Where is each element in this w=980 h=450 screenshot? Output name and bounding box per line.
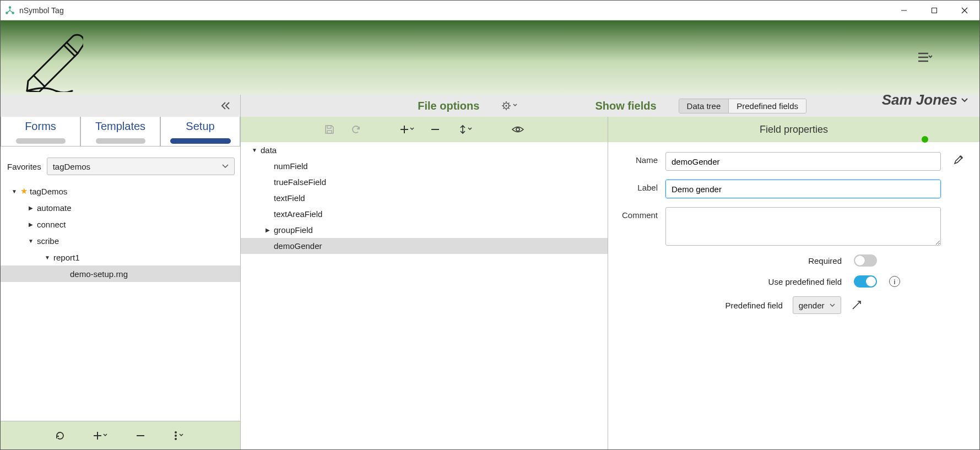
window-maximize-button[interactable] xyxy=(919,1,949,20)
tree-item-label: data xyxy=(261,145,277,155)
refresh-button[interactable] xyxy=(55,430,66,441)
sidebar-tree-item[interactable]: ▼report1 xyxy=(1,249,240,265)
jump-to-button[interactable] xyxy=(851,300,862,311)
add-field-button[interactable] xyxy=(400,124,414,135)
required-toggle[interactable] xyxy=(854,254,877,267)
favorites-selected-value: tagDemos xyxy=(53,162,90,171)
data-tree-item[interactable]: numField xyxy=(241,158,608,174)
tab-setup[interactable]: Setup xyxy=(160,117,240,147)
window-close-button[interactable] xyxy=(949,1,979,20)
sidebar-tree-item[interactable]: ▼scribe xyxy=(1,232,240,249)
sidebar-tabs: Forms Templates Setup xyxy=(1,117,240,147)
file-options-label: File options xyxy=(418,100,479,112)
sidebar-tree-item[interactable]: ▶automate xyxy=(1,199,240,216)
segment-predefined-fields[interactable]: Predefined fields xyxy=(728,99,806,113)
chevron-down-icon xyxy=(961,97,968,103)
segment-data-tree[interactable]: Data tree xyxy=(679,99,729,113)
tree-item-label: tagDemos xyxy=(30,187,67,196)
tree-item-label: report1 xyxy=(53,253,80,262)
tab-templates[interactable]: Templates xyxy=(80,117,160,147)
center-panel: ▼datanumFieldtrueFalseFieldtextFieldtext… xyxy=(241,117,608,449)
svg-point-0 xyxy=(9,6,12,9)
window-minimize-button[interactable] xyxy=(889,1,919,20)
svg-point-17 xyxy=(175,438,177,440)
svg-point-33 xyxy=(516,128,519,131)
tree-item-label: connect xyxy=(37,220,66,229)
tree-item-label: numField xyxy=(274,161,308,171)
comment-label: Comment xyxy=(621,207,665,220)
move-field-button[interactable] xyxy=(456,124,473,135)
data-tree-item[interactable]: ▶groupField xyxy=(241,222,608,238)
tree-caret-icon: ▶ xyxy=(27,221,35,227)
tab-forms[interactable]: Forms xyxy=(1,117,80,147)
tree-caret-icon: ▶ xyxy=(264,227,272,233)
use-predefined-toggle[interactable] xyxy=(854,275,877,288)
tree-caret-icon: ▼ xyxy=(27,238,35,244)
tree-item-label: groupField xyxy=(274,225,313,235)
collapse-sidebar-button[interactable] xyxy=(220,101,231,111)
tree-caret-icon: ▶ xyxy=(27,205,35,211)
data-tree-item[interactable]: textField xyxy=(241,190,608,206)
comment-input[interactable] xyxy=(665,207,941,246)
data-tree: ▼datanumFieldtrueFalseFieldtextFieldtext… xyxy=(241,142,608,449)
add-button[interactable] xyxy=(93,430,107,441)
name-input[interactable] xyxy=(665,152,941,171)
required-label: Required xyxy=(808,256,842,265)
label-input[interactable] xyxy=(665,180,941,198)
sidebar-tree-item[interactable]: ▶connect xyxy=(1,216,240,232)
show-fields-label: Show fields xyxy=(595,100,656,112)
svg-point-16 xyxy=(175,431,177,433)
tree-item-label: automate xyxy=(37,203,72,213)
star-icon: ★ xyxy=(20,186,28,196)
app-icon xyxy=(5,6,15,15)
favorites-select[interactable]: tagDemos xyxy=(47,158,235,175)
tree-caret-icon: ▼ xyxy=(10,188,18,194)
svg-line-24 xyxy=(503,103,505,104)
sidebar-tree-item[interactable]: demo-setup.rng xyxy=(1,265,240,282)
svg-line-27 xyxy=(508,103,510,104)
svg-rect-4 xyxy=(932,8,936,13)
edit-name-button[interactable] xyxy=(951,152,966,167)
tree-caret-icon: ▼ xyxy=(251,147,258,153)
app-header: Sam Jones xyxy=(1,20,979,95)
status-indicator-icon xyxy=(922,136,928,143)
predefined-field-select[interactable]: gender xyxy=(793,296,842,314)
hamburger-menu-icon[interactable] xyxy=(917,51,933,64)
tree-item-label: demoGender xyxy=(274,241,322,251)
favorites-label: Favorites xyxy=(7,162,41,171)
sidebar-tree: ▼★tagDemos▶automate▶connect▼scribe▼repor… xyxy=(1,181,240,421)
svg-line-8 xyxy=(34,75,45,86)
info-icon[interactable]: i xyxy=(889,276,900,287)
svg-line-25 xyxy=(508,108,510,109)
more-button[interactable] xyxy=(174,430,187,441)
show-fields-segment: Data tree Predefined fields xyxy=(679,99,806,113)
label-label: Label xyxy=(621,180,665,192)
svg-line-7 xyxy=(64,45,75,56)
user-menu[interactable]: Sam Jones xyxy=(882,91,968,109)
user-name: Sam Jones xyxy=(882,91,957,109)
tree-item-label: textAreaField xyxy=(274,209,322,219)
use-predefined-label: Use predefined field xyxy=(768,277,842,286)
data-tree-item[interactable]: demoGender xyxy=(241,238,608,254)
pencil-logo-icon xyxy=(12,26,83,92)
file-options-gear-button[interactable] xyxy=(501,100,518,112)
remove-button[interactable] xyxy=(135,430,146,441)
tree-item-label: trueFalseField xyxy=(274,177,326,187)
data-tree-item[interactable]: trueFalseField xyxy=(241,174,608,190)
sidebar-tree-item[interactable]: ▼★tagDemos xyxy=(1,183,240,199)
data-tree-item[interactable]: textAreaField xyxy=(241,206,608,222)
tree-caret-icon: ▼ xyxy=(44,254,51,261)
sidebar: Forms Templates Setup Favorites tagDemos… xyxy=(1,95,241,449)
main-toolbar: File options Show fields Data tree Prede… xyxy=(241,95,979,117)
preview-button[interactable] xyxy=(511,124,524,134)
svg-line-26 xyxy=(503,108,505,109)
sidebar-toolbar xyxy=(1,421,240,449)
titlebar: nSymbol Tag xyxy=(1,1,979,20)
svg-point-15 xyxy=(175,435,177,437)
predefined-field-value: gender xyxy=(799,301,825,310)
chevron-down-icon xyxy=(830,303,835,307)
tree-item-label: demo-setup.rng xyxy=(70,269,128,279)
remove-field-button[interactable] xyxy=(430,124,441,135)
data-tree-item[interactable]: ▼data xyxy=(241,142,608,158)
save-button xyxy=(324,124,335,135)
